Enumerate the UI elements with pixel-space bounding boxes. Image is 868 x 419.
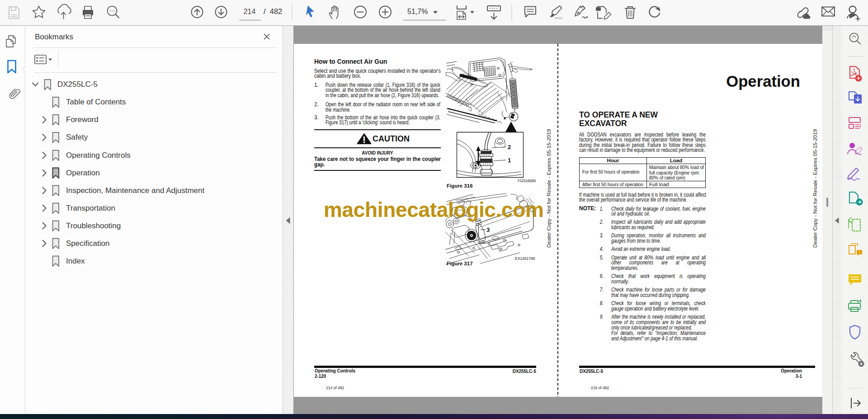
svg-text:2: 2 (508, 144, 511, 151)
svg-text:1: 1 (508, 157, 511, 164)
svg-text:3: 3 (486, 226, 490, 233)
